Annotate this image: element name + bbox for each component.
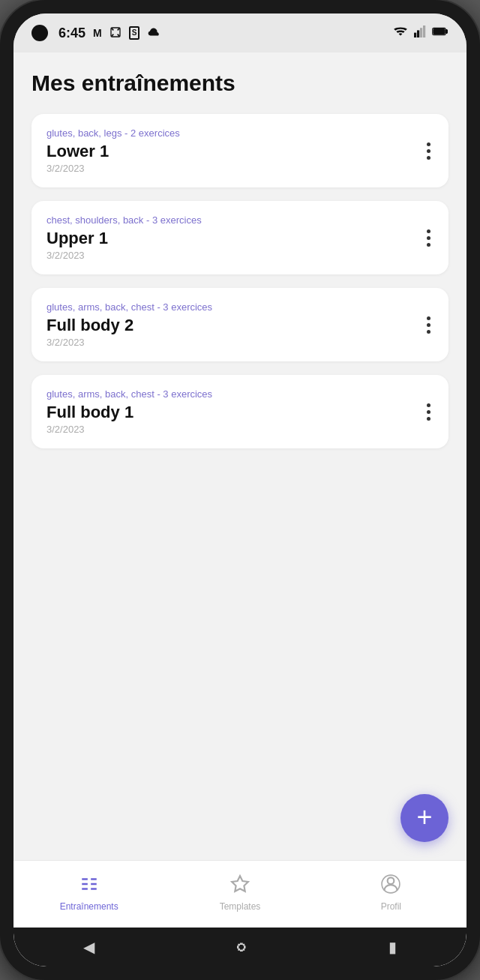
workout-card-2[interactable]: glutes, arms, back, chest - 3 exercices … bbox=[32, 288, 448, 361]
svg-marker-14 bbox=[232, 876, 248, 892]
phone-frame: 6:45 M S bbox=[0, 0, 480, 980]
card-info-3: glutes, arms, back, chest - 3 exercices … bbox=[46, 388, 424, 435]
svg-rect-2 bbox=[417, 30, 419, 37]
svg-rect-3 bbox=[420, 28, 422, 37]
card-date-2: 3/2/2023 bbox=[46, 337, 424, 348]
wifi-icon bbox=[393, 25, 408, 40]
menu-dot bbox=[427, 417, 430, 421]
card-info-1: chest, shoulders, back - 3 exercices Upp… bbox=[46, 214, 424, 261]
nav-label-templates: Templates bbox=[220, 901, 261, 912]
add-workout-button[interactable]: + bbox=[400, 794, 448, 842]
phone-screen: 6:45 M S bbox=[14, 13, 466, 967]
card-name-2: Full body 2 bbox=[46, 316, 424, 335]
menu-dot bbox=[427, 229, 430, 233]
star-icon bbox=[230, 874, 250, 898]
page-title: Mes entraînements bbox=[32, 70, 448, 96]
card-name-3: Full body 1 bbox=[46, 403, 424, 422]
gmail-icon: M bbox=[93, 27, 102, 39]
status-right bbox=[393, 25, 448, 40]
card-tags-0: glutes, back, legs - 2 exercices bbox=[46, 127, 424, 139]
svg-rect-4 bbox=[423, 25, 425, 37]
cloud-icon bbox=[147, 26, 160, 40]
menu-dot bbox=[427, 236, 430, 240]
svg-rect-7 bbox=[434, 28, 445, 34]
card-tags-3: glutes, arms, back, chest - 3 exercices bbox=[46, 388, 424, 400]
card-menu-1[interactable] bbox=[424, 226, 434, 250]
card-name-0: Lower 1 bbox=[46, 142, 424, 161]
status-bar: 6:45 M S bbox=[14, 13, 466, 52]
card-info-0: glutes, back, legs - 2 exercices Lower 1… bbox=[46, 127, 424, 174]
camera-dot bbox=[32, 25, 48, 41]
status-left: 6:45 M S bbox=[32, 25, 160, 41]
nav-item-templates[interactable]: Templates bbox=[164, 874, 315, 912]
menu-dot bbox=[427, 243, 430, 247]
menu-dot bbox=[427, 316, 430, 320]
menu-dot bbox=[427, 403, 430, 407]
plus-icon: + bbox=[416, 804, 432, 831]
card-date-1: 3/2/2023 bbox=[46, 250, 424, 261]
back-button[interactable]: ◀ bbox=[83, 938, 94, 956]
menu-dot bbox=[427, 142, 430, 146]
nav-item-entrainements[interactable]: Entraînements bbox=[14, 874, 164, 912]
recents-button[interactable]: ▮ bbox=[388, 938, 397, 956]
workout-card-1[interactable]: chest, shoulders, back - 3 exercices Upp… bbox=[32, 201, 448, 274]
system-nav: ◀ ⭘ ▮ bbox=[14, 928, 466, 967]
sim-icon: S bbox=[129, 26, 140, 40]
workout-list: glutes, back, legs - 2 exercices Lower 1… bbox=[32, 114, 448, 448]
home-button[interactable]: ⭘ bbox=[234, 939, 249, 956]
menu-dot bbox=[427, 149, 430, 153]
main-content: Mes entraînements glutes, back, legs - 2… bbox=[14, 52, 466, 860]
card-info-2: glutes, arms, back, chest - 3 exercices … bbox=[46, 301, 424, 348]
status-time: 6:45 bbox=[58, 25, 86, 41]
menu-dot bbox=[427, 323, 430, 327]
card-tags-2: glutes, arms, back, chest - 3 exercices bbox=[46, 301, 424, 313]
svg-point-15 bbox=[388, 877, 394, 884]
workout-card-3[interactable]: glutes, arms, back, chest - 3 exercices … bbox=[32, 375, 448, 448]
list-icon bbox=[80, 874, 99, 898]
card-menu-0[interactable] bbox=[424, 139, 434, 163]
card-menu-2[interactable] bbox=[424, 313, 434, 337]
card-tags-1: chest, shoulders, back - 3 exercices bbox=[46, 214, 424, 226]
card-menu-3[interactable] bbox=[424, 400, 434, 424]
menu-dot bbox=[427, 410, 430, 414]
fab-container: + bbox=[400, 794, 448, 842]
svg-rect-1 bbox=[414, 33, 416, 37]
menu-dot bbox=[427, 330, 430, 334]
workout-card-0[interactable]: glutes, back, legs - 2 exercices Lower 1… bbox=[32, 114, 448, 187]
bottom-nav: Entraînements Templates bbox=[14, 860, 466, 928]
nav-item-profil[interactable]: Profil bbox=[316, 874, 466, 912]
profile-icon bbox=[381, 874, 400, 898]
svg-rect-6 bbox=[446, 30, 447, 34]
nav-label-profil: Profil bbox=[381, 901, 401, 912]
nav-label-entrainements: Entraînements bbox=[60, 901, 118, 912]
battery-icon bbox=[432, 26, 448, 40]
card-name-1: Upper 1 bbox=[46, 229, 424, 248]
card-date-0: 3/2/2023 bbox=[46, 163, 424, 174]
menu-dot bbox=[427, 156, 430, 160]
notification-icon1 bbox=[110, 26, 122, 40]
signal-icon bbox=[414, 25, 426, 40]
card-date-3: 3/2/2023 bbox=[46, 424, 424, 435]
